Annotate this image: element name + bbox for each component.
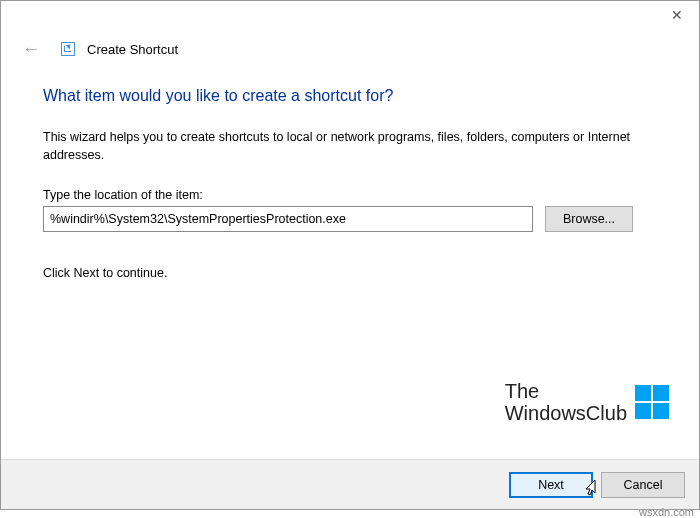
location-input[interactable] bbox=[43, 206, 533, 232]
continue-hint: Click Next to continue. bbox=[43, 266, 657, 280]
input-row: Browse... bbox=[43, 206, 657, 232]
next-button[interactable]: Next bbox=[509, 472, 593, 498]
watermark: The WindowsClub bbox=[505, 380, 669, 424]
watermark-text: The WindowsClub bbox=[505, 380, 627, 424]
content-area: What item would you like to create a sho… bbox=[1, 87, 699, 280]
close-icon[interactable]: ✕ bbox=[654, 1, 699, 29]
browse-button[interactable]: Browse... bbox=[545, 206, 633, 232]
windows-logo-icon bbox=[635, 385, 669, 419]
watermark-line1: The bbox=[505, 380, 627, 402]
wizard-description: This wizard helps you to create shortcut… bbox=[43, 129, 643, 164]
footer-buttons: Next Cancel bbox=[1, 459, 699, 509]
watermark-line2: WindowsClub bbox=[505, 402, 627, 424]
create-shortcut-wizard: ✕ ← Create Shortcut What item would you … bbox=[0, 0, 700, 510]
page-heading: What item would you like to create a sho… bbox=[43, 87, 657, 105]
cancel-button[interactable]: Cancel bbox=[601, 472, 685, 498]
location-label: Type the location of the item: bbox=[43, 188, 657, 202]
window-title: Create Shortcut bbox=[87, 42, 178, 57]
titlebar: ✕ bbox=[1, 1, 699, 31]
attribution-text: wsxdn.com bbox=[639, 506, 694, 518]
back-arrow-icon[interactable]: ← bbox=[19, 37, 43, 61]
header-row: ← Create Shortcut bbox=[1, 31, 699, 75]
shortcut-icon bbox=[61, 42, 75, 56]
